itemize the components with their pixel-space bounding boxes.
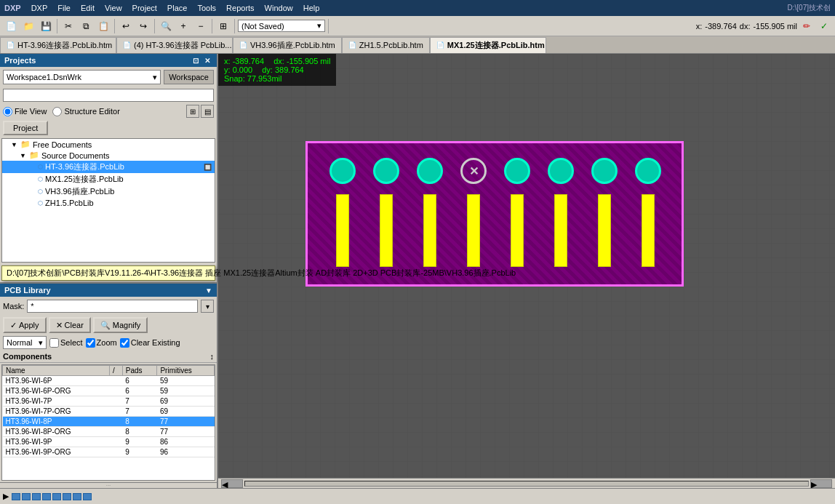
pcb-pin bbox=[467, 194, 480, 267]
menu-place[interactable]: Place bbox=[163, 2, 192, 14]
tab-bar: 📄 HT-3.96连接器.PcbLib.htm 📄 (4) HT-3.96连接器… bbox=[0, 36, 835, 54]
table-row[interactable]: HT3.96-WI-9P986 bbox=[3, 437, 215, 447]
menu-bar: DXP File Edit View Project Place Tools R… bbox=[27, 2, 324, 14]
pcblib-panel-arrow[interactable]: ▼ bbox=[205, 287, 212, 295]
pcb-pad[interactable] bbox=[373, 158, 399, 184]
table-row[interactable]: HT3.96-WI-9P-ORG996 bbox=[3, 447, 215, 457]
pcb-pad[interactable] bbox=[591, 158, 618, 184]
not-saved-dropdown[interactable]: (Not Saved) ▾ bbox=[238, 20, 325, 32]
workspace-dropdown[interactable]: Workspace1.DsnWrk ▾ bbox=[3, 70, 161, 84]
table-row[interactable]: HT3.96-WI-8P877 bbox=[3, 417, 215, 427]
apply-button[interactable]: ✓ Apply bbox=[3, 317, 47, 333]
project-btn-row: Project bbox=[0, 119, 217, 137]
select-checkbox[interactable]: Select bbox=[49, 338, 83, 348]
pcb-pad[interactable] bbox=[635, 158, 661, 184]
pcb-pin bbox=[380, 194, 393, 267]
coordinate-overlay: x: -389.764 dx: -155.905 mil y: 0.000 dy… bbox=[218, 54, 336, 86]
menu-file[interactable]: File bbox=[53, 2, 75, 14]
options-row: Normal ▾ Select Zoom Clear Existing bbox=[0, 335, 217, 351]
indicator-6 bbox=[73, 493, 81, 500]
table-row[interactable]: HT3.96-WI-6P659 bbox=[3, 376, 215, 386]
tab-0[interactable]: 📄 HT-3.96连接器.PcbLib.htm bbox=[0, 37, 116, 53]
title-bar: DXP DXP File Edit View Project Place Too… bbox=[0, 0, 835, 16]
edit-btn[interactable]: ✏ bbox=[799, 18, 815, 34]
clear-existing-checkbox[interactable]: Clear Existing bbox=[120, 338, 180, 348]
file-overlay-icon: 🔲 bbox=[204, 164, 212, 171]
magnify-button[interactable]: 🔍 Magnify bbox=[93, 317, 148, 333]
paste-btn[interactable]: 📋 bbox=[95, 18, 111, 34]
menu-project[interactable]: Project bbox=[128, 2, 161, 14]
panel-resize-handle[interactable]: ··· bbox=[0, 482, 217, 488]
project-button[interactable]: Project bbox=[3, 121, 48, 135]
table-row[interactable]: HT3.96-WI-8P-ORG877 bbox=[3, 427, 215, 437]
menu-reports[interactable]: Reports bbox=[222, 2, 259, 14]
panel-close-btn[interactable]: ✕ bbox=[202, 57, 212, 65]
workspace-toolbar: Workspace1.DsnWrk ▾ Workspace bbox=[0, 67, 217, 87]
scroll-left-btn[interactable]: ◀ bbox=[221, 479, 243, 488]
mask-input[interactable] bbox=[27, 300, 198, 313]
cut-btn[interactable]: ✂ bbox=[60, 18, 76, 34]
open-btn[interactable]: 📁 bbox=[20, 18, 36, 34]
zoomin-btn[interactable]: + bbox=[175, 18, 191, 34]
tab-4[interactable]: 📄 MX1.25连接器.PcbLib.htm bbox=[430, 37, 546, 53]
app-name: DXP bbox=[4, 4, 21, 12]
tree-free-documents[interactable]: ▼ 📁 Free Documents bbox=[2, 139, 215, 150]
indicator-7 bbox=[83, 493, 92, 500]
h-scroll-track[interactable] bbox=[244, 481, 809, 487]
menu-view[interactable]: View bbox=[100, 2, 127, 14]
scroll-right-btn[interactable]: ▶ bbox=[810, 479, 832, 488]
pcb-pad[interactable] bbox=[417, 158, 443, 184]
file-view-radio[interactable]: File View bbox=[3, 107, 47, 116]
sep5 bbox=[234, 19, 235, 33]
components-table-scroll[interactable]: Name / Pads Primitives HT3.96-WI-6P659HT… bbox=[1, 364, 215, 481]
clear-button[interactable]: ✕ Clear bbox=[49, 317, 91, 333]
zoom-checkbox[interactable]: Zoom bbox=[86, 338, 117, 348]
table-row[interactable]: HT3.96-WI-6P-ORG659 bbox=[3, 386, 215, 396]
new-btn[interactable]: 📄 bbox=[3, 18, 19, 34]
table-row[interactable]: HT3.96-WI-7P769 bbox=[3, 396, 215, 407]
main-toolbar: 📄 📁 💾 ✂ ⧉ 📋 ↩ ↪ 🔍 + − ⊞ (Not Saved) ▾ x:… bbox=[0, 16, 835, 36]
tab-1[interactable]: 📄 (4) HT-3.96连接器 PcbLib... bbox=[116, 37, 233, 53]
col-slash: / bbox=[110, 366, 123, 376]
pcb-pad[interactable] bbox=[548, 158, 574, 184]
tree-file-0[interactable]: ⬡ HT-3.96连接器.PcbLib 🔲 bbox=[2, 161, 215, 173]
menu-tools[interactable]: Tools bbox=[193, 2, 220, 14]
save-btn[interactable]: 💾 bbox=[38, 18, 54, 34]
h-scrollbar[interactable]: ◀ ▶ bbox=[218, 478, 835, 488]
zoom-btn[interactable]: 🔍 bbox=[158, 18, 174, 34]
copy-btn[interactable]: ⧉ bbox=[78, 18, 94, 34]
table-row[interactable]: HT3.96-WI-7P-ORG769 bbox=[3, 407, 215, 417]
tree-file-1[interactable]: ⬡ MX1.25连接器.PcbLib bbox=[2, 173, 215, 185]
tree-file-2[interactable]: ⬡ VH3.96插座.PcbLib bbox=[2, 185, 215, 198]
structure-editor-radio[interactable]: Structure Editor bbox=[52, 107, 119, 116]
menu-window[interactable]: Window bbox=[260, 2, 297, 14]
view-icon-2[interactable]: ▤ bbox=[201, 105, 214, 118]
tab-3[interactable]: 📄 ZH1.5.PcbLib.htm bbox=[342, 37, 430, 53]
mask-dropdown-btn[interactable]: ▾ bbox=[201, 300, 214, 313]
normal-dropdown[interactable]: Normal ▾ bbox=[3, 336, 47, 349]
menu-dxp[interactable]: DXP bbox=[27, 2, 52, 14]
pcb-pad[interactable] bbox=[460, 158, 487, 184]
view-icon-1[interactable]: ⊞ bbox=[186, 105, 199, 118]
project-search-input[interactable] bbox=[3, 89, 214, 102]
col-primitives: Primitives bbox=[157, 366, 215, 376]
grid-btn[interactable]: ⊞ bbox=[215, 18, 231, 34]
pcb-pad[interactable] bbox=[329, 158, 356, 184]
panel-float-btn[interactable]: ⊡ bbox=[191, 57, 201, 65]
projects-panel-header: Projects ⊡ ✕ bbox=[0, 54, 217, 67]
menu-edit[interactable]: Edit bbox=[76, 2, 99, 14]
undo-btn[interactable]: ↩ bbox=[118, 18, 134, 34]
check-btn[interactable]: ✓ bbox=[816, 18, 832, 34]
tree-file-3[interactable]: ⬡ ZH1.5.PcbLib bbox=[2, 198, 215, 208]
pcb-pin bbox=[598, 194, 611, 267]
tree-source-documents[interactable]: ▼ 📁 Source Documents bbox=[2, 150, 215, 161]
tab-2[interactable]: 📄 VH3.96插座.PcbLib.htm bbox=[233, 37, 342, 53]
menu-help[interactable]: Help bbox=[299, 2, 324, 14]
workspace-label: Workspace bbox=[164, 70, 214, 84]
pcb-pad[interactable] bbox=[504, 158, 530, 184]
indicator-4 bbox=[52, 493, 61, 500]
redo-btn[interactable]: ↪ bbox=[135, 18, 151, 34]
zoomout-btn[interactable]: − bbox=[193, 18, 209, 34]
check-icon: ✓ bbox=[10, 321, 17, 330]
sep1 bbox=[57, 19, 57, 33]
